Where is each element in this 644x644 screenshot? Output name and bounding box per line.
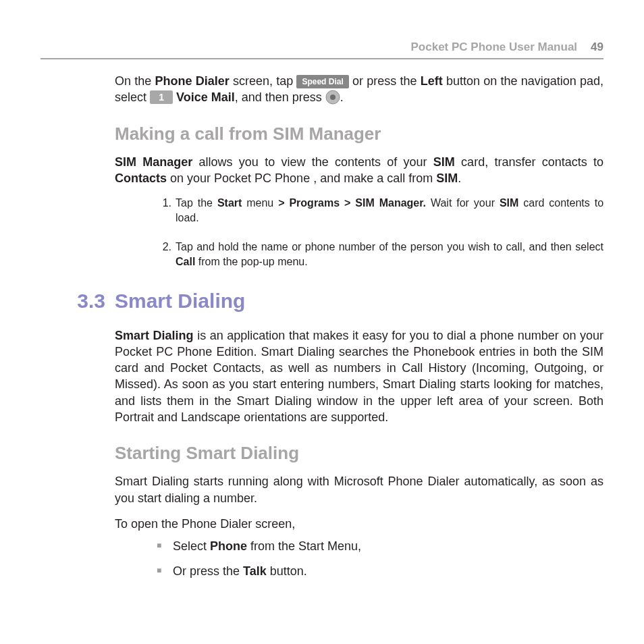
sim-label: SIM	[433, 155, 455, 169]
intro-paragraph: On the Phone Dialer screen, tap Speed Di…	[115, 73, 603, 106]
text: .	[458, 171, 461, 185]
smart-dialing-paragraph: Smart Dialing is an application that mak…	[115, 327, 603, 426]
sim-steps: 1. Tap the Start menu > Programs > SIM M…	[157, 196, 603, 269]
bullet-icon: ■	[157, 537, 167, 556]
sim-paragraph: SIM Manager allows you to view the conte…	[115, 154, 603, 187]
sim-manager-label: SIM Manager	[115, 155, 192, 169]
text: , and then press	[235, 90, 325, 104]
bullet-list: ■ Select Phone from the Start Menu, ■ Or…	[157, 537, 603, 581]
starting-paragraph-2: To open the Phone Dialer screen,	[115, 516, 603, 532]
bullet-text: Or press the Talk button.	[173, 562, 603, 581]
section-title: Smart Dialing	[115, 290, 245, 313]
page-header: Pocket PC Phone User Manual 49	[41, 41, 603, 59]
page-number: 49	[591, 41, 603, 54]
content-area: On the Phone Dialer screen, tap Speed Di…	[115, 73, 603, 269]
heading-starting-smart-dialing: Starting Smart Dialing	[115, 443, 603, 464]
nav-center-button-icon	[325, 90, 340, 105]
step-number: 2.	[157, 240, 171, 269]
left-label: Left	[421, 74, 443, 88]
text: or press the	[352, 74, 421, 88]
sim-label: SIM	[436, 171, 458, 185]
list-item: ■ Or press the Talk button.	[157, 562, 603, 581]
text: On the	[115, 74, 155, 88]
text: is an application that makes it easy for…	[115, 329, 603, 424]
list-item: 1. Tap the Start menu > Programs > SIM M…	[157, 196, 603, 225]
speed-dial-button-icon: Speed Dial	[296, 75, 348, 88]
smart-dialing-label: Smart Dialing	[115, 329, 194, 342]
content-area: Smart Dialing is an application that mak…	[115, 327, 603, 581]
key-1-icon: 1	[150, 90, 173, 104]
bullet-text: Select Phone from the Start Menu,	[173, 537, 603, 556]
voice-mail-label: Voice Mail	[176, 90, 235, 104]
contacts-label: Contacts	[115, 171, 167, 185]
heading-sim-manager: Making a call from SIM Manager	[115, 124, 603, 144]
step-number: 1.	[157, 196, 171, 225]
phone-dialer-label: Phone Dialer	[155, 74, 229, 88]
bullet-icon: ■	[157, 562, 167, 581]
step-text: Tap and hold the name or phone number of…	[176, 240, 603, 269]
text: on your Pocket PC Phone , and make a cal…	[167, 171, 436, 185]
manual-title: Pocket PC Phone User Manual	[411, 41, 578, 54]
section-number: 3.3	[41, 290, 115, 313]
list-item: ■ Select Phone from the Start Menu,	[157, 537, 603, 556]
text: card, transfer contacts to	[455, 155, 603, 169]
svg-point-1	[330, 95, 336, 100]
section-heading: 3.3 Smart Dialing	[41, 290, 603, 313]
list-item: 2. Tap and hold the name or phone number…	[157, 240, 603, 269]
manual-page: Pocket PC Phone User Manual 49 On the Ph…	[0, 0, 644, 644]
starting-paragraph-1: Smart Dialing starts running along with …	[115, 473, 603, 506]
step-text: Tap the Start menu > Programs > SIM Mana…	[176, 196, 603, 225]
text: .	[340, 90, 344, 104]
text: screen, tap	[230, 74, 297, 88]
text: allows you to view the contents of your	[192, 155, 433, 169]
